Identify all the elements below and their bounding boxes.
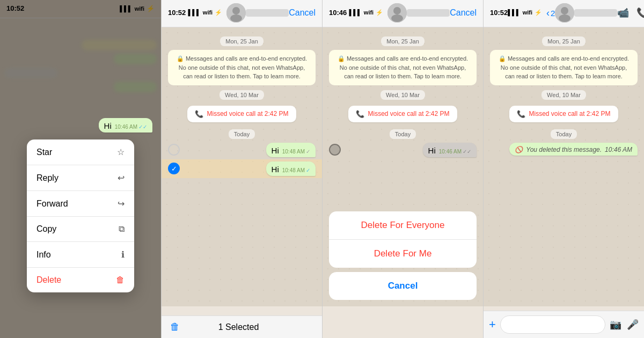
avatar-4 [555, 3, 574, 23]
context-menu-forward[interactable]: Forward ↪ [27, 191, 134, 217]
info-label: Info [36, 250, 51, 260]
double-tick-icon: ✓✓ [138, 124, 147, 130]
contact-name-blurred-4 [574, 9, 617, 17]
delete-for-me-btn[interactable]: Delete For Me [329, 240, 477, 268]
message-row-2: Hi 10:48 AM ✓ [168, 143, 316, 157]
copy-label: Copy [36, 224, 56, 234]
input-right-icons-4: 📷 🎤 [610, 319, 639, 330]
back-button-4[interactable]: ‹ 2 [546, 8, 555, 19]
reply-label: Reply [36, 173, 58, 183]
selected-checkbox-2[interactable]: ✓ [168, 163, 180, 174]
message-time: 10:46 AM ✓✓ [115, 124, 147, 130]
message-time-2: 10:48 AM ✓ [282, 149, 310, 155]
action-sheet-container: Delete For Everyone Delete For Me Cancel [323, 211, 483, 306]
add-attachment-button[interactable]: + [489, 318, 496, 332]
message-time-3: 10:46 AM ✓✓ [439, 149, 471, 155]
action-sheet-options: Delete For Everyone Delete For Me [329, 211, 477, 268]
tick-icon-3: ✓✓ [463, 149, 471, 155]
missed-call-icon-2: 📞 [195, 110, 203, 118]
info-icon: ℹ [121, 249, 125, 260]
encryption-notice-4: 🔒 Messages and calls are end-to-end encr… [490, 50, 638, 85]
delete-icon: 🗑 [116, 275, 125, 285]
action-sheet-cancel-btn[interactable]: Cancel [329, 272, 477, 300]
chat-header-3: 10:46 ▌▌▌ wifi ⚡ Cancel [323, 0, 483, 27]
context-menu-copy[interactable]: Copy ⧉ [27, 217, 134, 242]
message-row-checked-2: ✓ Hi 10:48 AM ✓ [162, 159, 322, 178]
bottom-bar-2: 🗑 1 Selected [162, 315, 322, 338]
svg-point-8 [559, 14, 570, 22]
sticker-icon-4[interactable]: 🎤 [627, 319, 639, 330]
battery-icon-4: ⚡ [535, 9, 542, 16]
selected-count-2: 1 Selected [218, 322, 259, 332]
signal-icon-4: ▌▌▌ [508, 9, 520, 16]
delete-action-sheet: Delete For Everyone Delete For Me Cancel [323, 211, 483, 306]
svg-point-5 [391, 14, 403, 22]
status-icons-3: ▌▌▌ wifi ⚡ [349, 9, 383, 17]
header-icons-4: 📹 📞 [617, 7, 644, 19]
svg-point-4 [393, 7, 401, 14]
status-time-2: 10:52 [168, 9, 186, 17]
date-today-2: Today [168, 129, 316, 138]
wifi-icon-3: wifi [364, 9, 374, 16]
context-menu-reply[interactable]: Reply ↩ [27, 165, 134, 191]
chat-header-2: 10:52 ▌▌▌ wifi ⚡ Cancel [162, 0, 322, 27]
svg-point-7 [561, 7, 568, 14]
star-label: Star [36, 148, 52, 157]
context-menu-star[interactable]: Star ☆ [27, 139, 134, 165]
delete-label: Delete [36, 275, 61, 285]
panel-delete-sheet: 10:46 ▌▌▌ wifi ⚡ Cancel Mon, 25 Jan 🔒 Me… [322, 0, 483, 338]
panel-context-menu: 10:52 ▌▌▌ wifi ⚡ Hi 10:46 AM ✓✓ Star ☆ R… [0, 0, 161, 338]
status-icons-4: ▌▌▌ wifi ⚡ [508, 9, 542, 17]
trash-icon-2[interactable]: 🗑 [170, 321, 180, 333]
status-time-3: 10:46 [329, 9, 347, 17]
battery-icon-3: ⚡ [376, 9, 383, 16]
chat-header-4: 10:52 ▌▌▌ wifi ⚡ ‹ 2 📹 📞 [484, 0, 644, 27]
avatar-2 [226, 3, 246, 23]
copy-icon: ⧉ [119, 224, 125, 234]
deleted-message-row: 🚫 You deleted this message. 10:46 AM [490, 143, 638, 156]
message-time-checked-2: 10:48 AM ✓ [282, 167, 310, 173]
cancel-button-3[interactable]: Cancel [450, 8, 477, 18]
delete-for-everyone-btn[interactable]: Delete For Everyone [329, 211, 477, 240]
deleted-icon: 🚫 [515, 146, 523, 153]
wifi-icon-2: wifi [203, 9, 213, 16]
input-bar-4: + 📷 🎤 [484, 311, 644, 338]
video-call-icon[interactable]: 📹 [617, 7, 629, 19]
date-jan25-2: Mon, 25 Jan [168, 36, 316, 46]
date-today-3: Today [329, 129, 477, 138]
missed-call-icon-3: 📞 [356, 110, 364, 118]
context-menu-info[interactable]: Info ℹ [27, 242, 134, 268]
checkbox-3[interactable] [329, 144, 341, 156]
unselected-checkbox-2[interactable] [168, 144, 180, 156]
voice-call-icon[interactable]: 📞 [636, 7, 644, 19]
missed-call-3: 📞 Missed voice call at 2:42 PM [348, 106, 457, 122]
cancel-button-2[interactable]: Cancel [289, 8, 316, 18]
svg-point-2 [230, 14, 242, 22]
hi-message-checked-2: Hi 10:48 AM ✓ [266, 161, 316, 176]
tick-icon-checked-2: ✓ [306, 167, 310, 173]
message-input-4[interactable] [500, 315, 605, 334]
back-count-4: 2 [551, 9, 555, 18]
encryption-notice-2: 🔒 Messages and calls are end-to-end encr… [168, 50, 316, 85]
date-mar10-4: Wed, 10 Mar [490, 90, 638, 99]
signal-icon-3: ▌▌▌ [349, 9, 361, 16]
status-time-4: 10:52 [490, 9, 508, 17]
date-jan25-4: Mon, 25 Jan [490, 36, 638, 46]
forward-icon: ↪ [118, 199, 125, 209]
hi-message-2: Hi 10:48 AM ✓ [266, 143, 316, 157]
status-icons-2: ▌▌▌ wifi ⚡ [188, 9, 222, 17]
avatar-3 [387, 3, 407, 23]
date-mar10-2: Wed, 10 Mar [168, 90, 316, 99]
camera-icon-4[interactable]: 📷 [610, 319, 621, 330]
wifi-icon-4: wifi [523, 9, 532, 16]
date-today-4: Today [490, 129, 638, 138]
svg-point-1 [232, 7, 240, 14]
panel-after-delete: 10:52 ▌▌▌ wifi ⚡ ‹ 2 📹 📞 [483, 0, 644, 338]
context-menu-delete[interactable]: Delete 🗑 [27, 268, 134, 292]
hi-message-bubble: Hi 10:46 AM ✓✓ [99, 118, 152, 133]
signal-icon-2: ▌▌▌ [188, 9, 200, 16]
contact-name-blurred-3 [407, 9, 450, 17]
missed-call-2: 📞 Missed voice call at 2:42 PM [187, 106, 296, 122]
panel-message-select: 10:52 ▌▌▌ wifi ⚡ Cancel Mon, 25 Jan 🔒 Me… [161, 0, 322, 338]
star-icon: ☆ [117, 147, 125, 157]
